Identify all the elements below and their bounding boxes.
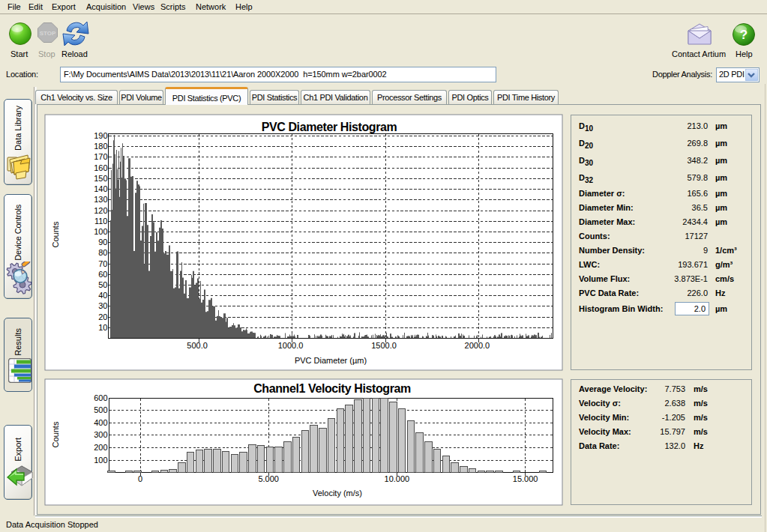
svg-text:160: 160 bbox=[94, 163, 107, 172]
svg-text:170: 170 bbox=[94, 152, 107, 161]
svg-text:500.0: 500.0 bbox=[187, 341, 208, 350]
svg-text:100: 100 bbox=[94, 456, 107, 465]
svg-text:2000.0: 2000.0 bbox=[465, 341, 490, 350]
svg-text:500: 500 bbox=[94, 405, 107, 414]
svg-text:70: 70 bbox=[98, 259, 107, 268]
svg-text:600: 600 bbox=[94, 393, 107, 402]
svg-text:20: 20 bbox=[98, 312, 107, 321]
svg-text:30: 30 bbox=[98, 301, 107, 310]
svg-text:10: 10 bbox=[98, 323, 107, 332]
svg-text:10.000: 10.000 bbox=[385, 474, 410, 483]
svg-text:1500.0: 1500.0 bbox=[371, 341, 397, 350]
svg-text:190: 190 bbox=[94, 131, 107, 140]
svg-text:110: 110 bbox=[94, 217, 108, 226]
svg-text:200: 200 bbox=[94, 443, 107, 452]
svg-text:1000.0: 1000.0 bbox=[278, 341, 304, 350]
svg-text:120: 120 bbox=[94, 206, 107, 215]
svg-text:100: 100 bbox=[94, 227, 107, 236]
svg-text:Velocity (m/s): Velocity (m/s) bbox=[313, 489, 362, 498]
svg-text:90: 90 bbox=[98, 238, 107, 247]
svg-text:180: 180 bbox=[94, 142, 107, 151]
svg-text:400: 400 bbox=[94, 418, 107, 427]
svg-text:Counts: Counts bbox=[51, 221, 60, 247]
svg-text:5.000: 5.000 bbox=[258, 474, 279, 483]
svg-text:PVC Diameter (µm): PVC Diameter (µm) bbox=[295, 356, 367, 365]
svg-text:PVC Diameter Histogram: PVC Diameter Histogram bbox=[262, 121, 397, 133]
svg-text:Channel1 Velocity Histogram: Channel1 Velocity Histogram bbox=[253, 382, 411, 395]
svg-text:50: 50 bbox=[98, 280, 107, 289]
svg-text:60: 60 bbox=[98, 270, 107, 279]
svg-text:15.000: 15.000 bbox=[513, 474, 538, 483]
svg-text:300: 300 bbox=[94, 430, 107, 439]
svg-text:150: 150 bbox=[94, 174, 107, 183]
svg-text:140: 140 bbox=[94, 184, 107, 193]
svg-text:Counts: Counts bbox=[51, 421, 60, 447]
svg-text:130: 130 bbox=[94, 195, 107, 204]
svg-text:40: 40 bbox=[98, 291, 107, 300]
svg-text:80: 80 bbox=[98, 248, 107, 257]
svg-text:0: 0 bbox=[138, 474, 142, 483]
